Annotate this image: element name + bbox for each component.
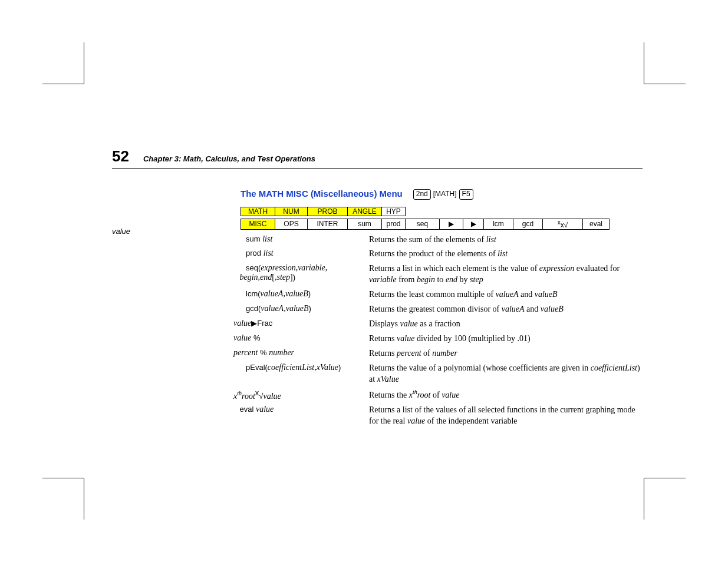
menu-cell: ▶: [440, 219, 463, 229]
def-row: percent % number Returns percent of numb…: [233, 348, 643, 359]
menu-cell: seq: [406, 219, 440, 229]
def-term: pEval(coefficientList,xValue): [233, 363, 369, 385]
menu-cell: prod: [382, 219, 406, 229]
menu-table: MATH NUM PROB ANGLE HYP: [241, 207, 406, 216]
menu-cell: PROB: [308, 207, 348, 216]
def-term: value %: [233, 333, 369, 345]
def-term: sum list: [233, 234, 369, 246]
def-term: gcd(valueA,valueB): [233, 304, 369, 315]
section-title: The MATH MISC (Miscellaneous) Menu: [241, 189, 403, 199]
key-sequence: 2nd [MATH] F5: [413, 188, 473, 200]
key-math-label: [MATH]: [433, 190, 457, 198]
header: 52 Chapter 3: Math, Calculus, and Test O…: [112, 147, 643, 169]
def-desc: Returns the value of a polynomial (whose…: [369, 363, 643, 385]
def-term: xthrootx√value: [233, 388, 369, 401]
def-row: sum list Returns the sum of the elements…: [233, 234, 643, 246]
menu-cell: MISC: [241, 219, 275, 229]
def-desc: Returns the product of the elements of l…: [369, 249, 643, 260]
menu-cell: OPS: [275, 219, 308, 229]
section-title-row: The MATH MISC (Miscellaneous) Menu 2nd […: [241, 188, 643, 200]
def-row: value▶Frac Displays value as a fraction: [233, 319, 643, 330]
def-row: gcd(valueA,valueB) Returns the greatest …: [233, 304, 643, 315]
def-row: prod list Returns the product of the ele…: [233, 249, 643, 260]
def-desc: Returns the xthroot of value: [369, 388, 643, 401]
def-desc: Returns the least common multiple of val…: [369, 289, 643, 300]
menu-table-row2: MISC OPS INTER sum prod seq ▶ ▶ lcm gcd …: [241, 219, 610, 230]
key-f5: F5: [459, 189, 473, 200]
menu-cell: gcd: [513, 219, 543, 229]
def-row: seq(expression,variable, begin,end[,step…: [233, 263, 643, 286]
def-desc: Returns percent of number: [369, 348, 643, 359]
def-desc: Displays value as a fraction: [369, 319, 643, 330]
def-term: lcm(valueA,valueB): [233, 289, 369, 300]
menu-cell: lcm: [484, 219, 513, 229]
menu-cell: eval: [583, 219, 610, 229]
page-content: 52 Chapter 3: Math, Calculus, and Test O…: [112, 147, 643, 431]
def-row: lcm(valueA,valueB) Returns the least com…: [233, 289, 643, 300]
def-desc: Returns a list of the values of all sele…: [369, 405, 643, 427]
def-desc: Returns a list in which each element is …: [369, 263, 643, 286]
def-row: xthrootx√value Returns the xthroot of va…: [233, 388, 643, 401]
chapter-title: Chapter 3: Math, Calculus, and Test Oper…: [143, 154, 315, 163]
def-desc: Returns the greatest common divisor of v…: [369, 304, 643, 315]
def-row: eval value Returns a list of the values …: [233, 405, 643, 427]
def-term: prod list: [233, 249, 369, 260]
def-term: value▶Frac: [233, 319, 369, 330]
def-term: seq(expression,variable, begin,end[,step…: [233, 263, 369, 286]
page-number: 52: [112, 147, 129, 166]
menu-cell: MATH: [241, 207, 275, 216]
def-desc: Returns the sum of the elements of list: [369, 234, 643, 246]
key-2nd: 2nd: [413, 189, 431, 200]
menu-cell: HYP: [382, 207, 406, 216]
definitions: sum list Returns the sum of the elements…: [233, 234, 643, 427]
def-row: pEval(coefficientList,xValue) Returns th…: [233, 363, 643, 385]
margin-note: value: [112, 227, 130, 236]
def-term: percent % number: [233, 348, 369, 359]
def-term: eval value: [233, 405, 369, 427]
menu-cell: sum: [348, 219, 382, 229]
menu-cell: NUM: [275, 207, 308, 216]
menu-cell: xx√: [543, 219, 583, 229]
def-row: value % Returns value divided by 100 (mu…: [233, 333, 643, 345]
menu-cell: ANGLE: [348, 207, 382, 216]
menu-cell: ▶: [463, 219, 484, 229]
menu-cell: INTER: [308, 219, 348, 229]
def-desc: Returns value divided by 100 (multiplied…: [369, 333, 643, 345]
